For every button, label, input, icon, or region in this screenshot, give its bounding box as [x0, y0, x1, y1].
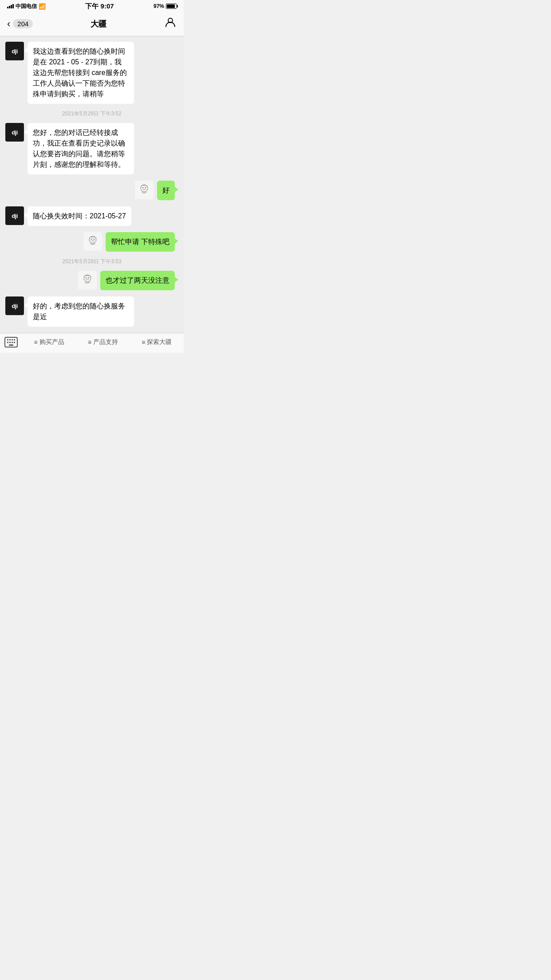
back-button[interactable]: ‹	[7, 19, 10, 29]
svg-point-3	[145, 187, 146, 188]
svg-point-6	[94, 239, 94, 240]
user-avatar	[83, 232, 102, 251]
tab-label-2: 产品支持	[93, 338, 118, 346]
tab-product-support[interactable]: ≡ 产品支持	[88, 338, 118, 346]
svg-point-9	[88, 277, 89, 278]
svg-point-2	[142, 187, 143, 188]
message-row: dji 我这边查看到您的随心换时间是在 2021 - 05 - 27到期，我这边…	[5, 42, 178, 104]
nav-bar: ‹ 204 大疆	[0, 12, 184, 36]
bubble-dji-2: 您好，您的对话已经转接成功，我正在查看历史记录以确认您要咨询的问题。请您稍等片刻…	[28, 123, 134, 174]
user-avatar	[135, 181, 153, 199]
user-avatar	[78, 271, 97, 289]
bottom-tab-items: ≡ 购买产品 ≡ 产品支持 ≡ 探索大疆	[22, 338, 184, 346]
timestamp-1: 2021年5月29日 下午3:52	[5, 110, 178, 118]
profile-button[interactable]	[164, 16, 177, 32]
dji-avatar: dji	[5, 206, 24, 225]
message-row: dji 您好，您的对话已经转接成功，我正在查看历史记录以确认您要咨询的问题。请您…	[5, 123, 178, 174]
status-left: 中国电信 📶	[7, 3, 46, 10]
bottom-bar: ≡ 购买产品 ≡ 产品支持 ≡ 探索大疆	[0, 333, 184, 353]
dji-avatar-text: dji	[12, 129, 18, 136]
nav-left: ‹ 204	[7, 19, 33, 29]
battery-percent: 97%	[153, 3, 164, 9]
tab-icon-2: ≡	[88, 339, 91, 346]
tab-buy-products[interactable]: ≡ 购买产品	[34, 338, 64, 346]
dji-avatar-text: dji	[12, 213, 18, 219]
dji-avatar: dji	[5, 123, 24, 142]
tab-label-3: 探索大疆	[147, 338, 172, 346]
bubble-dji-1: 我这边查看到您的随心换时间是在 2021 - 05 - 27到期，我这边先帮您转…	[28, 42, 134, 104]
dji-avatar: dji	[5, 296, 24, 315]
tab-label-1: 购买产品	[39, 338, 64, 346]
tab-explore-dji[interactable]: ≡ 探索大疆	[142, 338, 172, 346]
message-row-user: 好	[5, 181, 178, 200]
message-row: dji 好的，考虑到您的随心换服务是近	[5, 296, 178, 327]
carrier-text: 中国电信	[16, 3, 37, 10]
bubble-dji-3: 随心换失效时间：2021-05-27	[28, 206, 131, 226]
tab-icon-3: ≡	[142, 339, 145, 346]
signal-icon	[7, 4, 14, 8]
status-bar: 中国电信 📶 下午 9:07 97%	[0, 0, 184, 12]
dji-avatar: dji	[5, 42, 24, 60]
keyboard-icon	[4, 337, 18, 348]
dji-avatar-text: dji	[12, 48, 18, 55]
status-time: 下午 9:07	[85, 2, 114, 11]
svg-point-5	[91, 239, 92, 240]
message-row-user: 也才过了两天没注意	[5, 271, 178, 290]
back-count-badge[interactable]: 204	[13, 19, 33, 28]
keyboard-button[interactable]	[0, 337, 22, 348]
message-row-user: 帮忙申请 下特殊吧	[5, 232, 178, 252]
message-row: dji 随心换失效时间：2021-05-27	[5, 206, 178, 226]
timestamp-2: 2021年5月29日 下午3:53	[5, 258, 178, 265]
bubble-user-3: 也才过了两天没注意	[100, 271, 175, 290]
battery-icon	[166, 4, 177, 9]
page-title: 大疆	[91, 19, 106, 29]
dji-avatar-text: dji	[12, 303, 18, 309]
bubble-dji-4: 好的，考虑到您的随心换服务是近	[28, 296, 134, 327]
bubble-user-1: 好	[157, 181, 175, 200]
chat-area: dji 我这边查看到您的随心换时间是在 2021 - 05 - 27到期，我这边…	[0, 36, 184, 333]
svg-point-8	[86, 277, 87, 278]
bubble-user-2: 帮忙申请 下特殊吧	[106, 232, 175, 252]
wifi-icon: 📶	[39, 3, 46, 10]
tab-icon-1: ≡	[34, 339, 38, 346]
status-right: 97%	[153, 3, 177, 9]
